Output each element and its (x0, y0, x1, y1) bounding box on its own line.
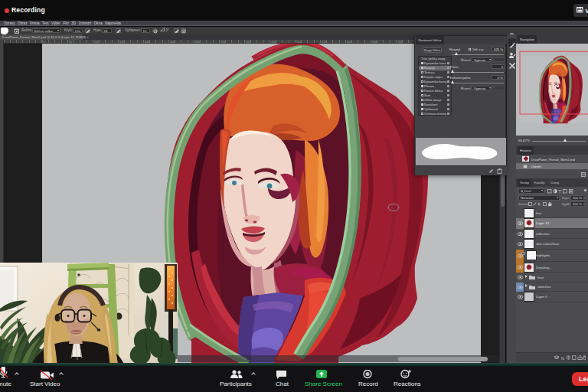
svg-text:fx: fx (561, 356, 564, 361)
svg-text:T: T (559, 189, 562, 194)
